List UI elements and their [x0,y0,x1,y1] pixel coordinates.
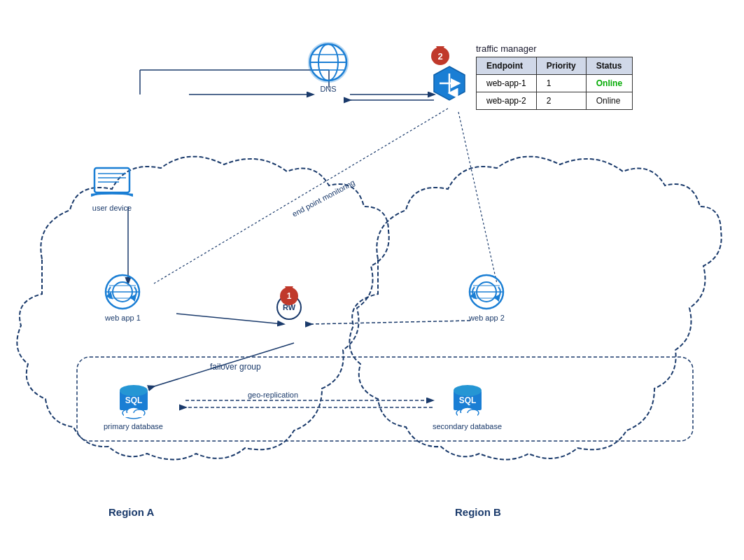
webapp1-label: web app 1 [105,314,141,322]
user-device-icon [91,167,133,202]
svg-text:geo-replication: geo-replication [248,391,298,399]
col-status: Status [586,57,632,75]
svg-line-9 [154,108,448,284]
priority-2: 2 [536,92,586,110]
endpoint-1: web-app-1 [477,75,537,92]
webapp1-icon [104,273,142,312]
traffic-manager-table-container: traffic manager Endpoint Priority Status… [476,43,633,110]
svg-line-10 [458,112,497,284]
svg-text:SQL: SQL [458,396,476,405]
svg-text:end point monitoring: end point monitoring [290,178,356,218]
svg-line-14 [154,343,294,386]
svg-point-46 [120,385,148,396]
endpoint-2: web-app-2 [477,92,537,110]
traffic-manager-table: Endpoint Priority Status web-app-1 1 Onl… [476,57,633,110]
svg-rect-52 [124,413,143,417]
traffic-manager-icon [431,65,468,102]
diagram: failover group end point monitoring geo-… [0,0,744,560]
dns-icon [308,42,349,83]
sql-secondary-icon: SQL [447,378,489,420]
badge-1: 1 [280,287,298,305]
badge-2: 2 [431,47,449,65]
table-row: web-app-1 1 Online [477,75,633,92]
region-a-label: Region A [108,506,154,518]
svg-rect-0 [77,357,693,441]
col-priority: Priority [536,57,586,75]
dns-icon-container: DNS [308,42,349,93]
table-row: web-app-2 2 Online [477,92,633,110]
sql-secondary-icon-container: SQL secondary database [433,378,502,430]
webapp2-label: web app 2 [469,314,505,322]
priority-1: 1 [536,75,586,92]
svg-line-12 [176,314,283,324]
svg-text:SQL: SQL [125,396,142,405]
secondary-db-label: secondary database [433,422,502,430]
user-device-label: user device [92,204,132,212]
traffic-manager-table-label: traffic manager [476,43,633,54]
col-endpoint: Endpoint [477,57,537,75]
status-1: Online [586,75,632,92]
webapp2-icon-container: web app 2 [468,273,506,322]
sql-primary-icon: SQL [113,378,155,420]
svg-point-54 [454,385,482,396]
region-b-label: Region B [455,506,501,518]
user-device-icon-container: user device [91,167,133,212]
svg-rect-28 [94,168,129,192]
badge-2-container: 2 [436,47,444,53]
traffic-manager-icon-container [431,65,468,102]
svg-line-13 [311,321,470,324]
primary-db-label: primary database [104,422,163,430]
webapp2-icon [468,273,506,312]
status-2: Online [586,92,632,110]
sql-primary-icon-container: SQL primary database [104,378,163,430]
webapp1-icon-container: web app 1 [104,273,142,322]
rw-badge-container: 1 RW [276,287,302,320]
dns-label: DNS [320,85,336,93]
svg-rect-59 [458,413,477,417]
